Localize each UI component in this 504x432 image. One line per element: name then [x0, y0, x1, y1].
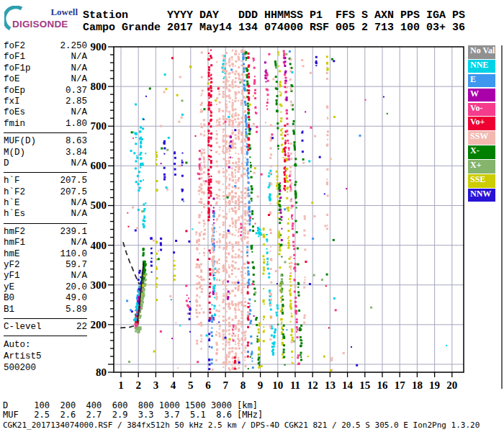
data-point: [197, 258, 199, 261]
data-point: [231, 256, 233, 258]
data-point: [248, 298, 251, 300]
data-point: [209, 302, 211, 304]
data-point: [222, 195, 225, 197]
data-point: [156, 283, 158, 285]
data-point: [287, 230, 289, 232]
data-point: [246, 81, 248, 83]
data-point: [246, 153, 248, 154]
data-point: [300, 354, 302, 356]
data-point: [294, 184, 297, 186]
data-point: [222, 110, 224, 112]
data-point: [240, 323, 243, 325]
data-point: [234, 308, 236, 310]
data-point: [243, 87, 246, 89]
data-point: [327, 117, 328, 118]
data-point: [207, 189, 210, 191]
data-point: [290, 182, 292, 184]
data-point: [253, 315, 255, 317]
data-point: [276, 179, 278, 181]
data-point: [210, 149, 211, 150]
data-point: [145, 202, 146, 204]
data-point: [248, 56, 250, 58]
data-point: [235, 201, 237, 203]
data-point: [291, 312, 292, 314]
data-point: [230, 147, 232, 148]
data-point: [208, 216, 210, 218]
data-point: [291, 215, 293, 217]
data-point: [179, 76, 181, 78]
data-point: [297, 336, 299, 338]
data-point: [238, 348, 240, 349]
data-point: [240, 64, 243, 66]
data-point: [276, 122, 279, 125]
data-point: [208, 69, 210, 71]
data-point: [222, 139, 224, 140]
data-point: [215, 272, 216, 274]
data-point: [195, 231, 197, 233]
data-point: [189, 301, 191, 302]
data-point: [247, 261, 248, 262]
data-point: [295, 164, 297, 166]
data-point: [327, 130, 329, 132]
data-point: [214, 279, 215, 281]
data-point: [262, 255, 264, 257]
data-point: [244, 287, 246, 288]
data-point: [222, 236, 224, 238]
data-point: [280, 134, 282, 136]
data-point: [222, 135, 225, 137]
data-point: [238, 323, 240, 325]
data-point: [160, 244, 162, 246]
data-point: [240, 121, 243, 123]
data-point: [233, 325, 235, 327]
data-point: [240, 60, 242, 62]
data-point: [263, 340, 265, 342]
data-point: [276, 312, 278, 314]
data-point: [292, 235, 294, 237]
data-point: [201, 184, 203, 186]
data-point: [247, 223, 248, 225]
data-point: [249, 156, 251, 158]
data-point: [296, 321, 298, 323]
data-point: [289, 300, 292, 302]
data-point: [269, 170, 271, 172]
data-point: [238, 345, 240, 346]
data-point: [231, 173, 233, 175]
data-point: [209, 215, 210, 216]
data-point: [143, 220, 145, 222]
data-point: [330, 359, 333, 361]
data-point: [222, 268, 225, 270]
data-point: [186, 294, 188, 296]
data-point: [292, 356, 293, 358]
data-point: [238, 180, 239, 181]
data-point: [310, 72, 312, 74]
legend-item-ssw: SSW: [468, 131, 495, 145]
data-point: [244, 305, 246, 307]
data-point: [238, 132, 240, 135]
data-point: [149, 88, 151, 90]
data-point: [153, 240, 155, 242]
data-point: [156, 159, 157, 161]
data-point: [263, 326, 264, 328]
data-point: [163, 91, 166, 93]
data-point: [225, 171, 228, 173]
data-point: [225, 337, 227, 339]
data-point: [222, 210, 224, 212]
data-point: [235, 175, 236, 176]
data-point: [245, 120, 247, 122]
data-point: [203, 204, 205, 206]
data-point: [204, 131, 205, 132]
data-point: [222, 63, 225, 65]
data-point: [237, 338, 239, 340]
data-point: [211, 260, 213, 262]
data-point: [225, 144, 227, 145]
data-point: [243, 174, 246, 176]
data-point: [222, 69, 225, 71]
data-point: [231, 198, 233, 200]
data-point: [222, 333, 225, 336]
data-point: [204, 184, 205, 185]
data-point: [326, 66, 328, 68]
data-point: [258, 361, 260, 363]
data-point: [244, 267, 246, 269]
data-point: [132, 138, 134, 139]
data-point: [287, 134, 289, 135]
